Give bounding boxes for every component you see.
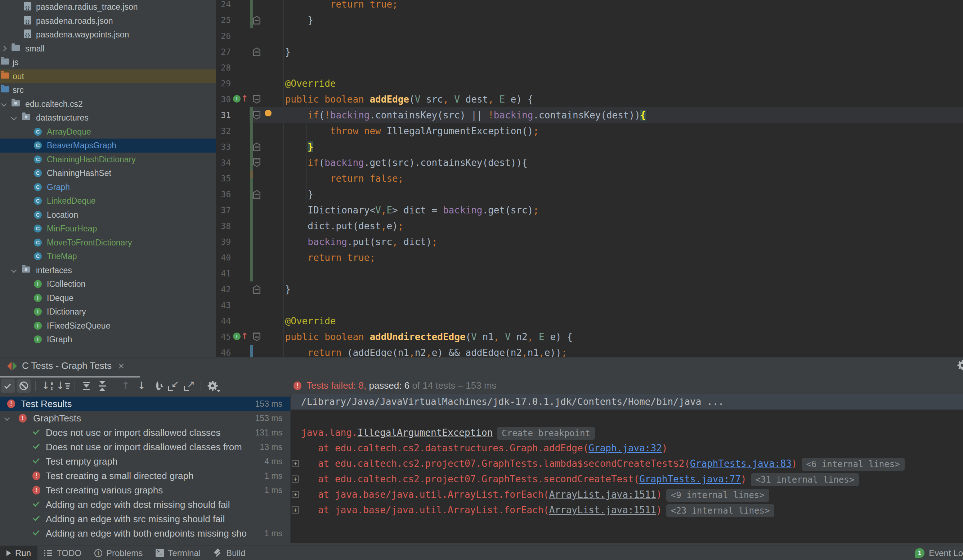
console-line[interactable]: java.lang.IllegalArgumentExceptionCreate… [291,425,963,440]
line-number[interactable]: 28 [216,60,231,76]
line-number[interactable]: 34 [216,155,231,171]
line-number[interactable]: 39 [216,234,231,250]
stacktrace-link[interactable]: ArrayList.java:1511 [549,505,656,515]
test-result-row[interactable]: ! [0,541,290,543]
code-line[interactable]: 42 } [216,282,963,297]
tool-window-tab-terminal[interactable]: Terminal [149,546,207,560]
console-line[interactable]: + at java.base/java.util.ArrayList.forEa… [291,487,963,502]
create-breakpoint-chip[interactable]: Create breakpoint [497,427,595,440]
folded-lines-chip[interactable]: <9 internal lines> [666,489,769,502]
settings-button[interactable] [205,379,220,393]
code-line[interactable]: 46 return (addEdge(n1,n2,e) && addEdge(n… [216,345,963,357]
line-number[interactable]: 43 [216,297,231,313]
console-line[interactable]: + at java.base/java.util.ArrayList.forEa… [291,502,963,518]
fold-marker-icon[interactable] [253,111,260,120]
overriding-method-icon[interactable]: I↑ [233,333,248,340]
test-result-row[interactable]: !GraphTests153 ms [0,411,290,426]
code-line[interactable]: 36 } [216,186,963,202]
overriding-method-icon[interactable]: I↑ [233,95,248,103]
tool-window-tab-problems[interactable]: !Problems [88,546,149,560]
code-editor[interactable]: 24 return true;25 }2627 }2829 @Override3… [216,0,963,357]
test-result-row[interactable]: Adding an edge with both endpoints missi… [0,526,290,541]
fold-marker-icon[interactable] [253,95,260,104]
line-number[interactable]: 42 [216,282,231,297]
line-number[interactable]: 32 [216,123,231,139]
test-result-row[interactable]: Adding an edge with dest missing should … [0,497,290,512]
close-icon[interactable]: × [118,361,125,371]
chevron-right-icon[interactable] [2,45,6,52]
line-number[interactable]: 40 [216,250,231,265]
line-number[interactable]: 27 [216,44,231,60]
tree-item[interactable]: CGraph [0,180,216,194]
test-result-row[interactable]: !Test Results153 ms [0,397,290,411]
line-number[interactable]: 45 [216,329,231,345]
fold-marker-icon[interactable] [253,159,260,167]
line-number[interactable]: 33 [216,139,231,155]
code-line[interactable]: 43 [216,297,963,313]
expand-all-button[interactable] [79,379,94,393]
fold-marker-icon[interactable] [253,190,260,199]
line-number[interactable]: 25 [216,12,231,28]
run-configuration-tab[interactable]: C Tests - Graph Tests × [7,360,125,371]
sort-by-duration-button[interactable]: ↓ [56,379,70,393]
code-line[interactable]: 45I↑ public boolean addUndirectedEdge(V … [216,329,963,345]
fold-marker-icon[interactable] [253,333,260,341]
next-failed-test-button[interactable]: ↓ [135,379,149,393]
tree-item[interactable]: js [0,55,216,70]
tree-item[interactable]: IIDeque [0,291,216,305]
line-number[interactable]: 38 [216,218,231,234]
tree-item[interactable]: CLocation [0,208,216,222]
line-number[interactable]: 31 [216,107,231,123]
previous-failed-test-button[interactable]: ↑ [118,379,133,393]
test-result-row[interactable]: !Test creating various graphs1 ms [0,483,290,497]
fold-marker-icon[interactable] [253,285,260,294]
fold-marker-icon[interactable] [253,142,260,151]
tool-window-options-gear-icon[interactable] [957,360,963,370]
tool-window-tab-run[interactable]: Run [0,546,37,560]
tree-item[interactable]: pasadena.roads.json [0,14,216,28]
code-line[interactable]: 40 return true; [216,250,963,265]
import-test-results-button[interactable]: ↙ [166,379,180,393]
code-line[interactable]: 34 if(backing.get(src).containsKey(dest)… [216,155,963,171]
line-number[interactable]: 26 [216,28,231,44]
tree-item[interactable]: pasadena.radius_trace.json [0,0,216,14]
line-number[interactable]: 37 [216,202,231,218]
line-number[interactable]: 44 [216,313,231,329]
chevron-down-icon[interactable] [2,101,6,107]
code-line[interactable]: 39 backing.put(src, dict); [216,234,963,250]
tree-item[interactable]: CBeaverMapsGraph [0,139,216,152]
stacktrace-link[interactable]: IllegalArgumentException [358,427,493,438]
test-result-row[interactable]: Adding an edge with src missing should f… [0,512,290,526]
code-line[interactable]: 24 return true; [216,0,963,12]
tree-item[interactable]: pasadena.waypoints.json [0,28,216,42]
code-line[interactable]: 32 throw new IllegalArgumentException(); [216,123,963,139]
tool-window-tab-todo[interactable]: TODO [37,546,88,560]
code-line[interactable]: 37 IDictionary<V,E> dict = backing.get(s… [216,202,963,218]
tree-item[interactable]: CMoveToFrontDictionary [0,236,216,250]
line-number[interactable]: 46 [216,345,231,357]
tree-item[interactable]: CMinFourHeap [0,222,216,236]
code-line[interactable]: 29 @Override [216,76,963,91]
code-line[interactable]: 30I↑ public boolean addEdge(V src, V des… [216,91,963,107]
chevron-down-icon[interactable] [5,415,9,421]
code-line[interactable]: 27 } [216,44,963,60]
show-ignored-button[interactable] [16,379,31,393]
fold-marker-icon[interactable] [253,47,260,56]
line-number[interactable]: 41 [216,265,231,282]
tree-item[interactable]: small [0,42,216,56]
tree-item[interactable]: CChainingHashSet [0,166,216,180]
test-console-output[interactable]: /Library/Java/JavaVirtualMachines/jdk-17… [291,394,963,543]
folded-lines-chip[interactable]: <31 internal lines> [751,473,859,486]
code-line[interactable]: 31 if(!backing.containsKey(src) || !back… [216,107,963,123]
tree-item[interactable]: CTrieMap [0,249,216,264]
test-history-button[interactable] [150,379,165,393]
stacktrace-link[interactable]: GraphTests.java:83 [690,458,791,469]
expand-fold-icon[interactable]: + [292,476,299,482]
console-line[interactable]: + at edu.caltech.cs2.project07.GraphTest… [291,456,963,471]
console-line[interactable]: at edu.caltech.cs2.datastructures.Graph.… [291,440,963,456]
tree-item[interactable]: src [0,83,216,97]
stacktrace-link[interactable]: ArrayList.java:1511 [549,489,656,500]
test-result-row[interactable]: Does not use or import disallowed classe… [0,426,290,440]
show-passed-button[interactable] [1,379,15,393]
tree-item[interactable]: CLinkedDeque [0,194,216,208]
